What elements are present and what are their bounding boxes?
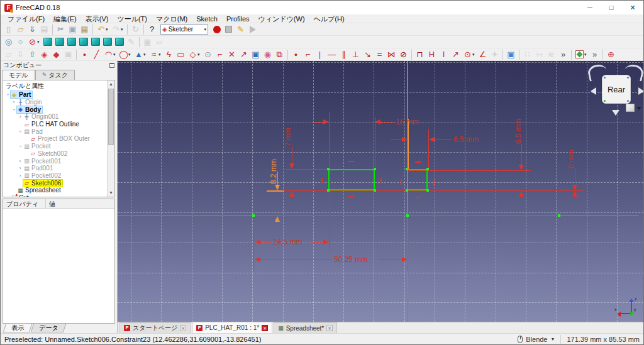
sketch-point[interactable] bbox=[327, 168, 330, 170]
tree-item-content[interactable]: ▤Pad bbox=[23, 128, 44, 135]
view-front-button[interactable] bbox=[53, 36, 65, 48]
scroll-up-icon[interactable]: ▲ bbox=[108, 80, 114, 88]
tree-item-content[interactable]: ◆Body bbox=[17, 106, 42, 113]
create-circle-button[interactable]: ◯ bbox=[118, 49, 130, 60]
create-point-button[interactable]: ● bbox=[79, 49, 91, 60]
menu-item-0[interactable]: ファイル(F) bbox=[3, 14, 49, 23]
tree-item-plc-hat-outline[interactable]: ▱PLC HAT Outline bbox=[3, 121, 114, 128]
constraint-tick-icon[interactable] bbox=[401, 179, 402, 185]
tree-item-content[interactable]: ◪Cut bbox=[11, 194, 30, 197]
create-polygon-button[interactable]: ◇ bbox=[187, 49, 199, 60]
sketch-line[interactable] bbox=[275, 190, 584, 191]
tree-item-pocket[interactable]: ›▥Pocket bbox=[3, 143, 114, 150]
constraint-tick-icon[interactable] bbox=[348, 196, 354, 197]
tree-expander-icon[interactable]: › bbox=[17, 158, 23, 164]
tree-item-content[interactable]: ▤Pad001 bbox=[23, 165, 54, 172]
dimension-label[interactable]: 0 mm bbox=[567, 150, 575, 168]
scroll-down-icon[interactable]: ▼ bbox=[108, 189, 114, 197]
view-top-button[interactable] bbox=[65, 36, 77, 48]
sketch-line[interactable] bbox=[375, 117, 375, 169]
macro-play-button[interactable] bbox=[247, 24, 258, 35]
sketch-point[interactable] bbox=[374, 189, 376, 192]
menu-item-6[interactable]: Profiles bbox=[222, 14, 254, 23]
tree-expander-icon[interactable]: › bbox=[5, 194, 11, 197]
sketch-point[interactable] bbox=[558, 214, 560, 217]
draw-style-button[interactable]: ⊘ bbox=[26, 36, 38, 48]
minimize-button[interactable]: ─ bbox=[579, 1, 601, 14]
sketch-line[interactable] bbox=[282, 169, 328, 170]
dimension-label[interactable]: 8.2 mm bbox=[269, 159, 278, 184]
toolbar-overflow-button[interactable]: » bbox=[557, 49, 569, 60]
tree-item-spreadsheet[interactable]: ▦Spreadsheet bbox=[3, 187, 114, 194]
new-file-button[interactable]: ▯ bbox=[3, 24, 14, 35]
tree-item-origin[interactable]: ›╋Origin bbox=[3, 99, 114, 106]
nav-right-arrow-icon[interactable] bbox=[638, 87, 643, 95]
tree-expander-icon[interactable]: › bbox=[11, 99, 17, 105]
tree-item-content[interactable]: ╋Origin bbox=[17, 99, 43, 106]
tree-item-pocket002[interactable]: ›▥Pocket002 bbox=[3, 172, 114, 180]
sketch-line[interactable] bbox=[253, 217, 254, 271]
constraint-tick-icon[interactable] bbox=[348, 161, 354, 162]
sketch-line[interactable] bbox=[521, 144, 522, 165]
open-file-button[interactable]: ▱ bbox=[14, 24, 26, 35]
tab-close-icon[interactable]: ✕ bbox=[180, 325, 186, 331]
dimension-label[interactable]: 50.25 mm bbox=[334, 255, 367, 264]
tree-expander-icon[interactable]: › bbox=[18, 128, 23, 134]
panel-float-icon[interactable] bbox=[109, 63, 114, 68]
sketch-line[interactable] bbox=[408, 119, 409, 169]
mouse-nav-icon[interactable] bbox=[518, 336, 523, 343]
constraint-lock-button[interactable]: ⊓ bbox=[414, 49, 426, 60]
sketch-line[interactable] bbox=[314, 122, 324, 123]
constraint-point-on-object-button[interactable]: ⌐ bbox=[302, 49, 314, 60]
constraint-block-button[interactable]: ⊘ bbox=[397, 49, 409, 60]
menu-item-4[interactable]: マクロ(M) bbox=[152, 14, 192, 23]
leave-sketch-button[interactable]: ⇧ bbox=[26, 49, 38, 60]
constraint-tick-icon[interactable] bbox=[321, 178, 323, 183]
view-fit-all-button[interactable]: ◎ bbox=[3, 36, 14, 48]
tree-scrollbar[interactable]: ▲ ▼ bbox=[107, 80, 114, 197]
sketch-line[interactable] bbox=[118, 216, 253, 216]
tree-expander-icon[interactable]: › bbox=[5, 92, 11, 98]
tab-close-icon[interactable]: ✕ bbox=[326, 325, 333, 331]
dimension-label[interactable]: 15 mm bbox=[396, 118, 419, 126]
tree-item-content[interactable]: ▱Project BOX Outer bbox=[30, 135, 91, 142]
create-arc-button[interactable]: ◠ bbox=[103, 49, 114, 60]
tree-item-content[interactable]: ▥Pocket bbox=[23, 143, 52, 150]
tab-データ[interactable]: データ bbox=[31, 324, 67, 332]
menu-item-8[interactable]: ヘルプ(H) bbox=[309, 14, 349, 23]
sketch-point[interactable] bbox=[327, 189, 330, 192]
macro-edit-button[interactable]: ✎ bbox=[235, 24, 247, 35]
sketch-line[interactable] bbox=[428, 129, 429, 169]
constraint-parallel-button[interactable]: ∥ bbox=[338, 49, 350, 60]
tab-表示[interactable]: 表示 bbox=[3, 324, 33, 332]
create-bspline-button[interactable]: ≈ bbox=[148, 49, 160, 60]
document-tab--[interactable]: Fスタートページ✕ bbox=[119, 322, 191, 333]
view-rear-button[interactable] bbox=[89, 36, 101, 48]
tree-item-origin001[interactable]: ›╋Origin001 bbox=[3, 113, 114, 121]
constraint-horizontal-distance-button[interactable]: H bbox=[426, 49, 438, 60]
constraint-vertical-button[interactable]: | bbox=[314, 49, 326, 60]
constraint-tick-icon[interactable] bbox=[415, 197, 421, 198]
sketch-line[interactable] bbox=[408, 217, 408, 271]
nav-down-arrow-icon[interactable] bbox=[612, 110, 619, 116]
create-polyline-button[interactable]: ϟ bbox=[163, 49, 175, 60]
tree-item-content[interactable]: ▱PLC HAT Outline bbox=[23, 121, 80, 128]
macro-stop-button[interactable] bbox=[223, 24, 235, 35]
tab-タスク[interactable]: ✎タスク bbox=[35, 70, 75, 80]
view-sketch-button[interactable]: ◈ bbox=[38, 49, 50, 60]
tree-item-pad[interactable]: ›▤Pad bbox=[3, 128, 114, 135]
create-rectangle-button[interactable]: ▭ bbox=[175, 49, 187, 60]
tree-expander-icon[interactable]: › bbox=[17, 114, 23, 119]
create-line-button[interactable]: ╱ bbox=[91, 49, 103, 60]
paste-button[interactable]: ▦ bbox=[79, 24, 91, 35]
whats-this-button[interactable]: ? bbox=[146, 24, 158, 35]
select-constraints-button[interactable]: ▣ bbox=[505, 49, 517, 60]
dimension-label[interactable]: 6.5 mm bbox=[514, 119, 523, 144]
sketch-point[interactable] bbox=[252, 214, 255, 217]
tree-item-body[interactable]: ›◆Body bbox=[3, 106, 114, 113]
tab-モデル[interactable]: モデル bbox=[2, 70, 35, 80]
dimension-label[interactable]: 24.5 mm bbox=[273, 238, 303, 246]
constraint-equal-button[interactable]: = bbox=[374, 49, 386, 60]
view-right-button[interactable] bbox=[77, 36, 89, 48]
sketch-line[interactable] bbox=[575, 168, 575, 182]
